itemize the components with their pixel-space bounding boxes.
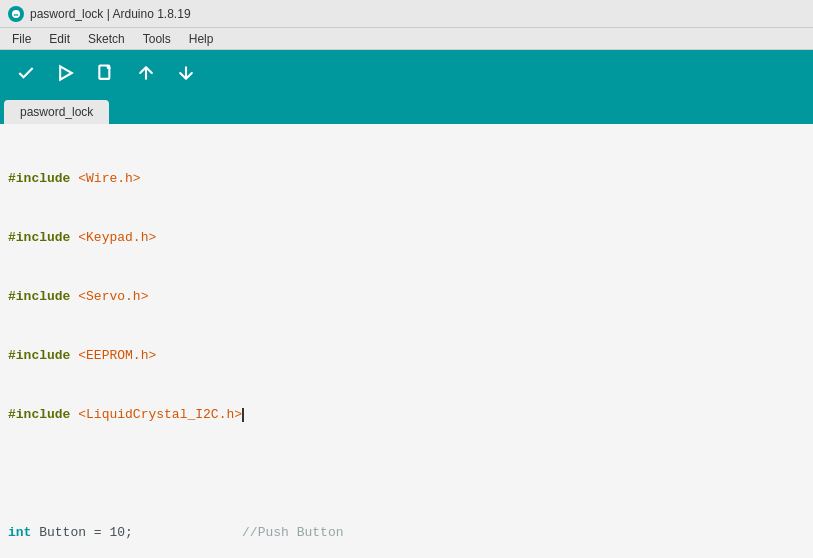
code-content: #include <Wire.h> #include <Keypad.h> #i…	[0, 128, 813, 558]
app-icon: ∞	[8, 6, 24, 22]
code-editor[interactable]: #include <Wire.h> #include <Keypad.h> #i…	[0, 124, 813, 558]
toolbar	[0, 50, 813, 96]
tab-label: pasword_lock	[20, 105, 93, 119]
code-line-4: #include <EEPROM.h>	[8, 346, 805, 366]
menu-file[interactable]: File	[4, 30, 39, 48]
save-button[interactable]	[168, 55, 204, 91]
menu-sketch[interactable]: Sketch	[80, 30, 133, 48]
new-button[interactable]	[88, 55, 124, 91]
title-bar: ∞ pasword_lock | Arduino 1.8.19	[0, 0, 813, 28]
verify-button[interactable]	[8, 55, 44, 91]
upload-button[interactable]	[48, 55, 84, 91]
title-text: pasword_lock | Arduino 1.8.19	[30, 7, 191, 21]
menu-edit[interactable]: Edit	[41, 30, 78, 48]
code-line-3: #include <Servo.h>	[8, 287, 805, 307]
code-line-5: #include <LiquidCrystal_I2C.h>	[8, 405, 805, 425]
tab-pasword-lock[interactable]: pasword_lock	[4, 100, 109, 124]
code-line-7: int Button = 10; //Push Button	[8, 523, 805, 543]
menu-bar: File Edit Sketch Tools Help	[0, 28, 813, 50]
menu-tools[interactable]: Tools	[135, 30, 179, 48]
code-line-2: #include <Keypad.h>	[8, 228, 805, 248]
open-button[interactable]	[128, 55, 164, 91]
code-line-1: #include <Wire.h>	[8, 169, 805, 189]
code-line-6	[8, 464, 805, 484]
tab-bar: pasword_lock	[0, 96, 813, 124]
menu-help[interactable]: Help	[181, 30, 222, 48]
svg-text:∞: ∞	[14, 11, 19, 18]
svg-marker-2	[60, 66, 72, 79]
